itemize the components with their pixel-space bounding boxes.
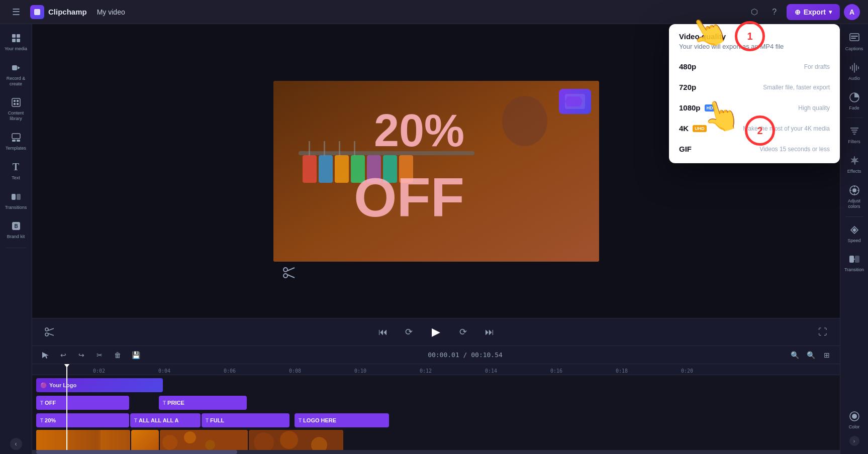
undo-button[interactable]: ↩ — [56, 348, 70, 362]
all-clip-label: ALL ALL ALL A — [139, 417, 178, 423]
right-item-adjust[interactable]: Adjust colors — [842, 180, 867, 213]
transition-icon — [848, 253, 860, 265]
right-item-filters[interactable]: Filters — [842, 121, 867, 149]
video-clip-2[interactable] — [131, 430, 159, 450]
clip-price[interactable]: T PRICE — [159, 396, 247, 410]
right-sidebar: Captions Audio Fade — [840, 24, 868, 454]
svg-rect-10 — [14, 103, 16, 105]
clip-full[interactable]: T FULL — [202, 413, 290, 427]
text-icon: T — [10, 161, 22, 173]
rewind-button[interactable]: ⟳ — [400, 323, 418, 341]
gif-left: GIF — [679, 145, 692, 153]
svg-rect-26 — [319, 155, 333, 183]
right-collapse-button[interactable]: › — [849, 436, 859, 446]
sidebar-item-brand[interactable]: B Brand kit — [2, 216, 30, 244]
timeline-scrollbar[interactable] — [32, 450, 840, 454]
skip-back-button[interactable]: ⏮ — [374, 323, 392, 341]
filters-icon — [848, 125, 860, 137]
clip-logo-here[interactable]: T LOGO HERE — [295, 413, 389, 427]
video-canvas[interactable]: 20% OFF — [273, 81, 599, 262]
play-pause-button[interactable]: ▶ — [426, 322, 446, 342]
redo-button[interactable]: ↪ — [74, 348, 88, 362]
hamburger-menu[interactable]: ☰ — [8, 4, 24, 20]
1080p-desc: High quality — [798, 104, 830, 111]
ruler-mark-0:20: 0:20 — [654, 368, 720, 375]
svg-rect-2 — [17, 34, 20, 38]
project-name[interactable]: My video — [93, 6, 129, 18]
right-item-effects[interactable]: Effects — [842, 151, 867, 178]
captions-label: Captions — [845, 46, 863, 52]
sidebar-item-your-media[interactable]: Your media — [2, 28, 30, 56]
hamburger-icon: ☰ — [12, 7, 20, 18]
svg-rect-0 — [34, 9, 40, 15]
sidebar-item-transitions[interactable]: Transitions — [2, 187, 30, 214]
export-plus-icon: ⊕ — [795, 8, 801, 16]
fit-button[interactable]: ⊞ — [820, 348, 834, 362]
right-item-audio[interactable]: Audio — [842, 58, 867, 85]
video-clip-4[interactable] — [249, 430, 343, 450]
captions-icon — [848, 32, 860, 44]
ai-tools-btn[interactable]: ⬡ — [746, 4, 762, 20]
svg-rect-14 — [17, 140, 20, 142]
watermark-logo — [559, 89, 591, 114]
filters-label: Filters — [848, 139, 860, 145]
export-option-gif[interactable]: GIF Videos 15 seconds or less — [669, 139, 840, 159]
color-icon — [848, 410, 860, 422]
clip-20[interactable]: T 20% — [36, 413, 129, 427]
export-option-480p[interactable]: 480p For drafts — [669, 56, 840, 77]
480p-desc: For drafts — [804, 63, 830, 70]
select-tool-button[interactable] — [38, 348, 52, 362]
timeline-playhead[interactable] — [66, 364, 67, 450]
logo-clip[interactable]: 🟣 Your Logo — [36, 378, 163, 392]
gif-label: GIF — [679, 145, 692, 153]
right-item-transition[interactable]: Transition — [842, 249, 867, 277]
export-button[interactable]: ⊕ Export ▾ — [787, 4, 840, 20]
skip-forward-button[interactable]: ⏭ — [480, 323, 499, 341]
20-clip-label: 20% — [45, 417, 56, 423]
forward-icon: ⟳ — [459, 326, 467, 337]
right-item-captions[interactable]: Captions — [842, 28, 867, 56]
export-option-4k[interactable]: 4K UHD Make the most of your 4K media — [669, 118, 840, 139]
right-item-color[interactable]: Color — [842, 406, 867, 434]
adjust-label: Adjust colors — [844, 198, 865, 209]
trim-mode-button[interactable] — [40, 323, 58, 341]
timeline-scroll-thumb[interactable] — [36, 450, 237, 454]
topbar-icons: ⬡ ? ⊕ Export ▾ A — [746, 4, 860, 20]
export-option-1080p[interactable]: 1080p HD High quality — [669, 97, 840, 118]
save-button[interactable]: 💾 — [129, 348, 143, 362]
sidebar-item-record[interactable]: Record & create — [2, 58, 30, 91]
clip-all[interactable]: T ALL ALL ALL A — [130, 413, 201, 427]
topbar: ☰ Clipchamp My video ⬡ ? ⊕ Export ▾ A — [0, 0, 868, 24]
record-icon — [10, 62, 22, 74]
export-option-720p[interactable]: 720p Smaller file, faster export — [669, 77, 840, 97]
avatar-button[interactable]: A — [844, 4, 860, 20]
right-item-fade[interactable]: Fade — [842, 87, 867, 115]
transition-label: Transition — [844, 267, 864, 273]
right-item-speed[interactable]: Speed — [842, 220, 867, 248]
svg-rect-16 — [17, 194, 21, 200]
delete-button[interactable]: 🗑 — [111, 348, 125, 362]
svg-point-52 — [184, 431, 196, 443]
sidebar-collapse-button[interactable]: ‹ — [10, 438, 22, 450]
zoom-out-button[interactable]: 🔍 — [788, 348, 802, 362]
video-clip-3[interactable] — [160, 430, 248, 450]
svg-point-77 — [852, 414, 857, 419]
effects-icon — [848, 155, 860, 167]
cut-button[interactable]: ✂ — [92, 348, 107, 362]
sidebar-item-templates[interactable]: Templates — [2, 128, 30, 155]
4k-left: 4K UHD — [679, 124, 707, 133]
fullscreen-button[interactable]: ⛶ — [814, 323, 832, 341]
svg-marker-36 — [565, 96, 583, 106]
svg-point-51 — [162, 435, 177, 450]
help-btn[interactable]: ? — [766, 4, 783, 20]
timeline: ↩ ↪ ✂ 🗑 💾 00:00.01 / 00:10.54 🔍 🔍 ⊞ — [32, 346, 840, 454]
zoom-in-button[interactable]: 🔍 — [804, 348, 818, 362]
svg-line-40 — [287, 275, 295, 278]
svg-rect-8 — [14, 100, 16, 102]
video-clip-1[interactable] — [36, 430, 130, 450]
clip-off[interactable]: T OFF — [36, 396, 129, 410]
skip-forward-icon: ⏭ — [485, 327, 494, 337]
forward-button[interactable]: ⟳ — [454, 323, 472, 341]
sidebar-item-text[interactable]: T Text — [2, 157, 30, 185]
sidebar-item-content[interactable]: Content library — [2, 92, 30, 126]
